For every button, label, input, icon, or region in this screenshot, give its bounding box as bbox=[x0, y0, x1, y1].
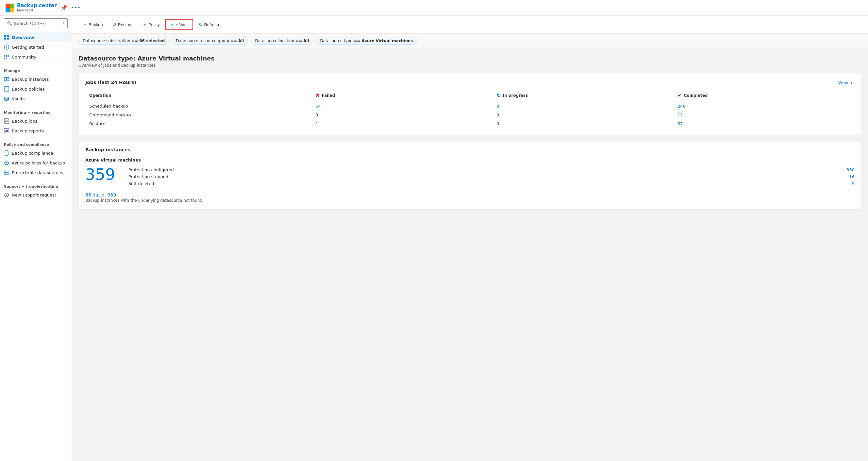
footer-count: 86 bbox=[85, 192, 91, 197]
instances-card-header: Backup instances bbox=[85, 147, 855, 152]
filter-subscription[interactable]: Datasource subscription == 66 selected bbox=[79, 37, 169, 45]
sidebar-backup-jobs-label: Backup jobs bbox=[12, 119, 37, 124]
instances-layout: 359 Protection configured 338 Protection… bbox=[85, 166, 855, 187]
completed-ondemand-link[interactable]: 12 bbox=[678, 113, 683, 117]
instances-vm-label: Azure Virtual machines bbox=[85, 158, 855, 162]
app-title-group: Backup center Microsoft bbox=[17, 3, 57, 13]
col-completed-header: ✔ Completed bbox=[674, 90, 855, 102]
sidebar: 🔍 Search (Ctrl+/) 《 Overview i Getting s… bbox=[0, 16, 72, 461]
failed-ondemand: 0 bbox=[311, 111, 493, 119]
sidebar-item-new-support[interactable]: New support request bbox=[0, 190, 71, 200]
inprogress-scheduled-link[interactable]: 8 bbox=[496, 104, 499, 109]
main-content: ＋ Backup ↺ Restore ＋ Policy ＋ + Vault ↻ … bbox=[72, 16, 868, 461]
instances-footer-link[interactable]: 86 out of 359 bbox=[85, 192, 855, 197]
collapse-icon[interactable]: 《 bbox=[60, 20, 65, 26]
search-input[interactable]: 🔍 Search (Ctrl+/) 《 bbox=[4, 18, 68, 28]
failed-restore-link[interactable]: 1 bbox=[315, 121, 318, 126]
filter-location[interactable]: Datasource location == All bbox=[251, 37, 313, 45]
svg-point-23 bbox=[6, 162, 7, 163]
sidebar-backup-reports-label: Backup reports bbox=[12, 128, 44, 133]
failed-restore: 1 bbox=[311, 119, 493, 128]
app-title: Backup center bbox=[17, 3, 57, 8]
restore-label: Restore bbox=[118, 22, 133, 27]
backup-plus-icon: ＋ bbox=[83, 22, 87, 27]
sidebar-item-backup-compliance[interactable]: Backup compliance bbox=[0, 148, 71, 158]
overview-icon bbox=[4, 35, 9, 40]
jobs-card: Jobs (last 24 Hours) View all Operation … bbox=[79, 73, 862, 135]
vault-button[interactable]: ＋ + Vault bbox=[165, 19, 193, 30]
inprogress-scheduled: 8 bbox=[493, 102, 674, 111]
instances-details: Protection configured 338 Protection sto… bbox=[128, 166, 855, 187]
backup-compliance-icon bbox=[4, 150, 9, 156]
instances-card-title: Backup instances bbox=[85, 147, 130, 152]
sidebar-item-getting-started[interactable]: i Getting started bbox=[0, 42, 71, 52]
jobs-view-all-link[interactable]: View all bbox=[838, 80, 855, 85]
svg-rect-19 bbox=[6, 130, 7, 132]
col-operation-header: Operation bbox=[85, 90, 311, 102]
sidebar-item-vaults[interactable]: Vaults bbox=[0, 94, 71, 104]
completed-scheduled-link[interactable]: 246 bbox=[678, 104, 686, 109]
op-ondemand: On-demand backup bbox=[85, 111, 311, 119]
filter-resource-group[interactable]: Datasource resource group == All bbox=[172, 37, 248, 45]
sidebar-item-overview[interactable]: Overview bbox=[0, 32, 71, 42]
sidebar-backup-policies-label: Backup policies bbox=[12, 87, 45, 92]
svg-rect-6 bbox=[4, 38, 6, 39]
sidebar-item-backup-reports[interactable]: Backup reports bbox=[0, 126, 71, 136]
backup-button[interactable]: ＋ Backup bbox=[79, 19, 107, 30]
divider-support bbox=[0, 179, 71, 179]
restore-button[interactable]: ↺ Restore bbox=[108, 20, 137, 29]
svg-rect-3 bbox=[10, 8, 14, 12]
sidebar-item-backup-jobs[interactable]: Backup jobs bbox=[0, 116, 71, 126]
sidebar-getting-started-label: Getting started bbox=[12, 45, 44, 50]
protection-stopped-value: 16 bbox=[849, 174, 855, 179]
filters-bar: Datasource subscription == 66 selected D… bbox=[72, 34, 868, 49]
sidebar-item-community[interactable]: Community bbox=[0, 52, 71, 62]
top-bar-actions: 📌 ••• bbox=[61, 5, 81, 11]
policy-label: Policy bbox=[148, 22, 160, 27]
table-row: Scheduled backup 64 8 246 bbox=[85, 102, 855, 111]
top-bar: Backup center Microsoft 📌 ••• bbox=[0, 0, 868, 16]
refresh-button[interactable]: ↻ Refresh bbox=[194, 20, 223, 29]
sidebar-item-azure-policies[interactable]: Azure policies for backup bbox=[0, 158, 71, 168]
toolbar: ＋ Backup ↺ Restore ＋ Policy ＋ + Vault ↻ … bbox=[72, 16, 868, 34]
azure-policies-icon bbox=[4, 160, 9, 165]
completed-scheduled: 246 bbox=[674, 102, 855, 111]
policy-button[interactable]: ＋ Policy bbox=[138, 19, 164, 30]
section-support: Support + troubleshooting bbox=[0, 181, 71, 190]
sidebar-item-backup-instances[interactable]: Backup instances bbox=[0, 74, 71, 84]
section-manage: Manage bbox=[0, 65, 71, 74]
filter-type[interactable]: Datasource type == Azure Virtual machine… bbox=[316, 37, 417, 45]
filter-sub-label: Datasource subscription == 66 selected bbox=[83, 38, 165, 43]
failed-scheduled: 64 bbox=[311, 102, 493, 111]
completed-ondemand: 12 bbox=[674, 111, 855, 119]
vaults-icon bbox=[4, 96, 9, 101]
svg-point-10 bbox=[5, 55, 6, 57]
svg-rect-4 bbox=[4, 35, 6, 37]
backup-instances-icon bbox=[4, 76, 9, 82]
sidebar-item-backup-policies[interactable]: Backup policies bbox=[0, 84, 71, 94]
completed-restore-link[interactable]: 57 bbox=[678, 121, 683, 126]
getting-started-icon: i bbox=[4, 44, 9, 50]
sidebar-item-protectable-datasources[interactable]: Protectable datasources bbox=[0, 168, 71, 178]
protection-configured-value[interactable]: 338 bbox=[846, 167, 855, 172]
pin-icon[interactable]: 📌 bbox=[61, 5, 67, 11]
page-subtitle: Overview of Jobs and Backup instances bbox=[79, 63, 862, 68]
list-item: Soft deleted 5 bbox=[128, 180, 855, 187]
jobs-card-header: Jobs (last 24 Hours) View all bbox=[85, 80, 855, 85]
sidebar-azure-policies-label: Azure policies for backup bbox=[12, 160, 65, 165]
backup-policies-icon bbox=[4, 86, 9, 92]
backup-jobs-icon bbox=[4, 118, 9, 124]
svg-rect-18 bbox=[5, 131, 6, 132]
content-area: Datasource type: Azure Virtual machines … bbox=[72, 49, 868, 461]
page-title: Datasource type: Azure Virtual machines bbox=[79, 55, 862, 62]
svg-rect-2 bbox=[5, 8, 10, 12]
community-icon bbox=[4, 54, 9, 60]
more-icon[interactable]: ••• bbox=[71, 5, 81, 11]
vault-plus-icon: ＋ bbox=[170, 22, 175, 27]
instances-footer-desc: Backup instances with the underlying dat… bbox=[85, 198, 855, 203]
failed-scheduled-link[interactable]: 64 bbox=[315, 104, 321, 109]
new-support-icon bbox=[4, 192, 9, 197]
jobs-card-title: Jobs (last 24 Hours) bbox=[85, 80, 136, 85]
inprogress-restore: 0 bbox=[493, 119, 674, 128]
sidebar-protectable-datasources-label: Protectable datasources bbox=[12, 170, 63, 175]
